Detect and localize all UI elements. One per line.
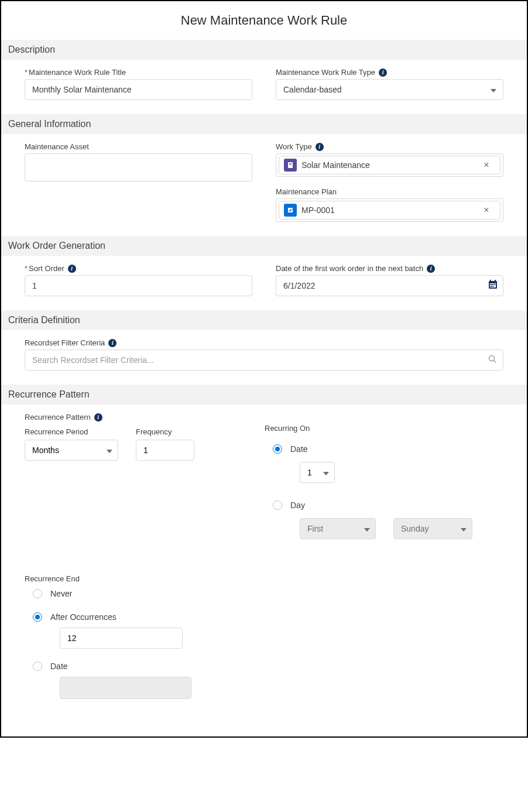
section-header-recurrence: Recurrence Pattern: [1, 385, 527, 405]
date-day-select[interactable]: [300, 462, 335, 483]
section-header-workorder: Work Order Generation: [1, 236, 527, 256]
required-asterisk: *: [25, 68, 28, 77]
radio-end-never-label: Never: [50, 589, 72, 598]
info-icon[interactable]: i: [316, 143, 324, 151]
svg-rect-6: [490, 280, 491, 282]
type-select[interactable]: [276, 79, 503, 100]
day-ordinal-select[interactable]: [300, 518, 376, 539]
plan-value: MP-0001: [301, 205, 476, 215]
form-container: New Maintenance Work Rule Description *M…: [0, 0, 528, 738]
radio-day[interactable]: [273, 501, 282, 510]
info-icon[interactable]: i: [427, 265, 435, 273]
svg-rect-1: [289, 163, 292, 164]
section-body-description: *Maintenance Work Rule Title Maintenance…: [1, 60, 527, 114]
section-body-general: Maintenance Asset Work Type i Solar M: [1, 134, 527, 236]
svg-rect-9: [492, 284, 493, 285]
end-date-input[interactable]: [60, 677, 191, 699]
recurring-on-label: Recurring On: [265, 424, 503, 433]
radio-end-after-label: After Occurrences: [50, 612, 116, 622]
plan-icon: [284, 204, 297, 217]
radio-end-date-label: Date: [50, 662, 68, 671]
info-icon[interactable]: i: [108, 339, 116, 347]
title-label: *Maintenance Work Rule Title: [25, 68, 252, 77]
recurrence-end-label: Recurrence End: [25, 574, 503, 583]
page-title: New Maintenance Work Rule: [1, 13, 527, 28]
filter-label: Recordset Filter Criteria i: [25, 338, 503, 347]
firstdate-input[interactable]: [276, 275, 503, 296]
work-type-icon: [284, 159, 297, 172]
close-icon[interactable]: ×: [481, 160, 492, 170]
section-header-description: Description: [1, 40, 527, 60]
day-name-select[interactable]: [393, 518, 472, 539]
period-label: Recurrence Period: [25, 427, 118, 436]
asset-label: Maintenance Asset: [25, 142, 252, 151]
worktype-lookup[interactable]: Solar Maintenance ×: [276, 153, 503, 177]
required-asterisk: *: [25, 264, 28, 273]
frequency-label: Frequency: [136, 427, 194, 436]
worktype-value: Solar Maintenance: [301, 160, 476, 170]
svg-rect-8: [491, 284, 492, 285]
svg-point-13: [489, 356, 495, 361]
calendar-icon[interactable]: [488, 280, 498, 292]
firstdate-label: Date of the first work order in the next…: [276, 264, 503, 273]
info-icon[interactable]: i: [68, 265, 76, 273]
svg-rect-10: [494, 284, 495, 285]
search-icon: [488, 355, 496, 365]
close-icon[interactable]: ×: [481, 205, 492, 215]
period-select[interactable]: [25, 440, 118, 461]
radio-end-date[interactable]: [33, 662, 42, 671]
radio-date-label: Date: [290, 444, 308, 454]
frequency-input[interactable]: [136, 440, 194, 461]
radio-end-after[interactable]: [33, 612, 42, 622]
section-header-criteria: Criteria Definition: [1, 310, 527, 330]
filter-search-input[interactable]: [25, 350, 503, 371]
asset-input[interactable]: [25, 153, 252, 181]
worktype-label: Work Type i: [276, 142, 503, 151]
section-body-workorder: *Sort Order i Date of the first work ord…: [1, 256, 527, 310]
plan-label: Maintenance Plan: [276, 187, 503, 196]
type-label: Maintenance Work Rule Type i: [276, 68, 503, 77]
sort-input[interactable]: [25, 275, 252, 296]
svg-rect-7: [495, 280, 496, 282]
radio-date[interactable]: [273, 444, 282, 454]
sort-label: *Sort Order i: [25, 264, 252, 273]
svg-rect-12: [492, 286, 493, 287]
info-icon[interactable]: i: [379, 68, 387, 77]
svg-rect-2: [289, 165, 292, 165]
plan-lookup[interactable]: MP-0001 ×: [276, 198, 503, 222]
section-body-criteria: Recordset Filter Criteria i: [1, 330, 527, 385]
svg-rect-11: [491, 286, 492, 287]
radio-day-label: Day: [290, 501, 305, 510]
radio-end-never[interactable]: [33, 589, 42, 598]
svg-line-14: [494, 361, 496, 363]
occurrences-input[interactable]: [60, 628, 183, 649]
info-icon[interactable]: i: [94, 413, 102, 422]
section-body-recurrence: Recurrence Pattern i Recurrence Period: [1, 405, 527, 713]
pattern-label: Recurrence Pattern i: [25, 413, 503, 422]
title-input[interactable]: [25, 79, 252, 100]
section-header-general: General Information: [1, 114, 527, 134]
